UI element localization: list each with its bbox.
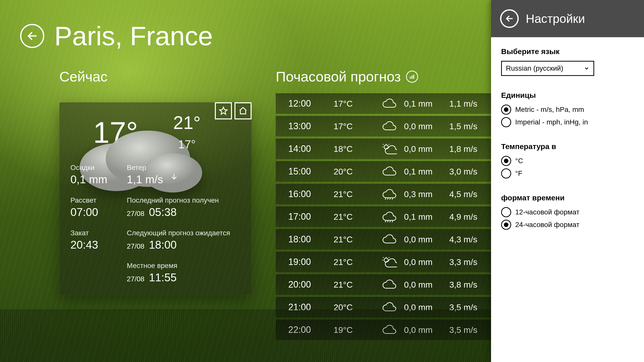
hourly-temp: 17°C bbox=[334, 121, 374, 131]
weather-icon bbox=[374, 211, 404, 222]
hourly-row[interactable]: 18:0021°C0,0 mm4,3 m/s bbox=[276, 229, 510, 250]
hourly-row[interactable]: 20:0021°C0,0 mm3,8 m/s bbox=[276, 274, 510, 295]
home-button[interactable] bbox=[234, 102, 252, 119]
hourly-time: 22:00 bbox=[288, 325, 334, 335]
radio-dot-icon bbox=[501, 220, 511, 230]
hourly-row[interactable]: 16:0021°C0,3 mm4,5 m/s bbox=[276, 184, 510, 204]
arrow-left-icon bbox=[505, 14, 514, 23]
temperature-label: Температура в bbox=[501, 142, 634, 151]
svg-line-17 bbox=[392, 198, 393, 200]
weather-icon bbox=[374, 324, 404, 335]
hourly-wind: 3,0 m/s bbox=[449, 167, 492, 176]
units-metric-radio[interactable]: Metric - m/s, hPa, mm bbox=[501, 105, 634, 115]
favorite-button[interactable] bbox=[215, 102, 232, 119]
svg-rect-7 bbox=[412, 75, 413, 79]
hourly-temp: 18°C bbox=[334, 144, 374, 154]
settings-back-button[interactable] bbox=[500, 9, 519, 28]
svg-line-19 bbox=[388, 221, 388, 222]
page-title: Paris, France bbox=[54, 23, 213, 49]
hourly-wind: 3,5 m/s bbox=[449, 325, 492, 335]
weather-icon bbox=[374, 256, 404, 267]
hourly-wind: 4,9 m/s bbox=[449, 212, 492, 222]
wind-value: 1,1 m/s bbox=[127, 173, 242, 186]
hourly-temp: 21°C bbox=[334, 212, 374, 222]
hourly-time: 13:00 bbox=[288, 121, 334, 131]
weather-icon bbox=[374, 189, 404, 200]
svg-line-14 bbox=[385, 198, 386, 200]
precip-label: Осадки bbox=[70, 164, 121, 172]
weather-icon bbox=[374, 234, 404, 245]
svg-line-21 bbox=[392, 221, 393, 222]
arrow-left-icon bbox=[26, 30, 38, 42]
hourly-wind: 4,3 m/s bbox=[449, 235, 492, 244]
hourly-precip: 0,0 mm bbox=[404, 257, 449, 267]
hourly-time: 20:00 bbox=[288, 279, 334, 290]
radio-dot-icon bbox=[501, 117, 511, 127]
last-forecast-time: 05:38 bbox=[149, 206, 177, 218]
temp-fahrenheit-radio[interactable]: °F bbox=[501, 168, 634, 178]
svg-line-26 bbox=[389, 257, 389, 258]
hourly-row[interactable]: 14:0018°C0,0 mm1,8 m/s bbox=[276, 139, 510, 159]
hourly-temp: 20°C bbox=[334, 302, 374, 312]
hourly-precip: 0,1 mm bbox=[404, 99, 449, 109]
hourly-time: 21:00 bbox=[288, 302, 334, 312]
time-24h-radio[interactable]: 24-часовой формат bbox=[501, 220, 634, 230]
hourly-row[interactable]: 19:0021°C0,0 mm3,3 m/s bbox=[276, 252, 510, 272]
next-forecast-time: 18:00 bbox=[149, 239, 177, 251]
weather-icon bbox=[374, 166, 404, 177]
hourly-row[interactable]: 17:0021°C0,1 mm4,9 m/s bbox=[276, 206, 510, 227]
svg-line-25 bbox=[383, 257, 384, 258]
last-forecast-label: Последний прогноз получен bbox=[127, 196, 242, 204]
weather-icon bbox=[374, 302, 404, 313]
local-time-value: 27/08 11:55 bbox=[127, 271, 242, 284]
hourly-temp: 21°C bbox=[334, 189, 374, 199]
sunset-label: Закат bbox=[70, 229, 121, 237]
hourly-wind: 3,3 m/s bbox=[449, 257, 492, 267]
hourly-wind: 1,8 m/s bbox=[449, 144, 492, 154]
timeformat-label: формат времени bbox=[501, 194, 634, 202]
units-imperial-radio[interactable]: Imperial - mph, inHg, in bbox=[501, 117, 634, 127]
wind-label: Ветер bbox=[127, 164, 242, 172]
precip-value: 0,1 mm bbox=[70, 173, 121, 186]
next-forecast-date: 27/08 bbox=[127, 242, 144, 250]
hourly-wind: 3,5 m/s bbox=[449, 302, 492, 312]
temp-f-label: °F bbox=[515, 169, 522, 177]
hourly-row[interactable]: 21:0020°C0,0 mm3,5 m/s bbox=[276, 297, 510, 318]
time-12h-label: 12-часовой формат bbox=[515, 208, 579, 216]
svg-rect-8 bbox=[413, 74, 414, 79]
radio-dot-icon bbox=[501, 207, 511, 217]
high-temp: 21° bbox=[173, 112, 200, 133]
hourly-time: 15:00 bbox=[288, 166, 334, 177]
language-select[interactable]: Russian (русский) bbox=[501, 61, 594, 76]
hourly-temp: 17°C bbox=[334, 99, 374, 109]
svg-rect-6 bbox=[410, 77, 411, 79]
hourly-row[interactable]: 13:0017°C0,0 mm1,5 m/s bbox=[276, 116, 510, 137]
hourly-row[interactable]: 12:0017°C0,1 mm1,1 m/s bbox=[276, 93, 510, 114]
hourly-precip: 0,0 mm bbox=[404, 121, 449, 131]
local-date: 27/08 bbox=[127, 275, 144, 283]
last-forecast-date: 27/08 bbox=[127, 210, 144, 218]
hourly-temp: 19°C bbox=[334, 325, 374, 335]
hourly-row[interactable]: 22:0019°C0,0 mm3,5 m/s bbox=[276, 320, 510, 340]
sunrise-label: Рассвет bbox=[70, 196, 121, 204]
temp-c-label: °C bbox=[515, 157, 523, 165]
hourly-row[interactable]: 15:0020°C0,1 mm3,0 m/s bbox=[276, 161, 510, 182]
chevron-down-icon bbox=[584, 66, 589, 71]
svg-line-12 bbox=[383, 144, 384, 145]
settings-title: Настройки bbox=[526, 12, 585, 26]
next-forecast-label: Следующий прогноз ожидается bbox=[127, 229, 242, 237]
sunrise-value: 07:00 bbox=[70, 206, 121, 218]
hourly-time: 17:00 bbox=[288, 211, 334, 222]
svg-line-15 bbox=[388, 198, 388, 200]
hourly-section-title: Почасовой прогноз bbox=[276, 68, 401, 85]
svg-line-13 bbox=[389, 144, 389, 145]
svg-line-16 bbox=[390, 198, 390, 200]
time-12h-radio[interactable]: 12-часовой формат bbox=[501, 207, 634, 217]
hourly-time: 12:00 bbox=[288, 98, 334, 109]
temp-celsius-radio[interactable]: °C bbox=[501, 156, 634, 166]
chart-button[interactable] bbox=[406, 71, 418, 83]
units-label: Единицы bbox=[501, 91, 634, 100]
back-button[interactable] bbox=[20, 24, 44, 48]
hourly-section: Почасовой прогноз 12:0017°C0,1 mm1,1 m/s… bbox=[276, 68, 510, 340]
hourly-temp: 21°C bbox=[334, 280, 374, 290]
